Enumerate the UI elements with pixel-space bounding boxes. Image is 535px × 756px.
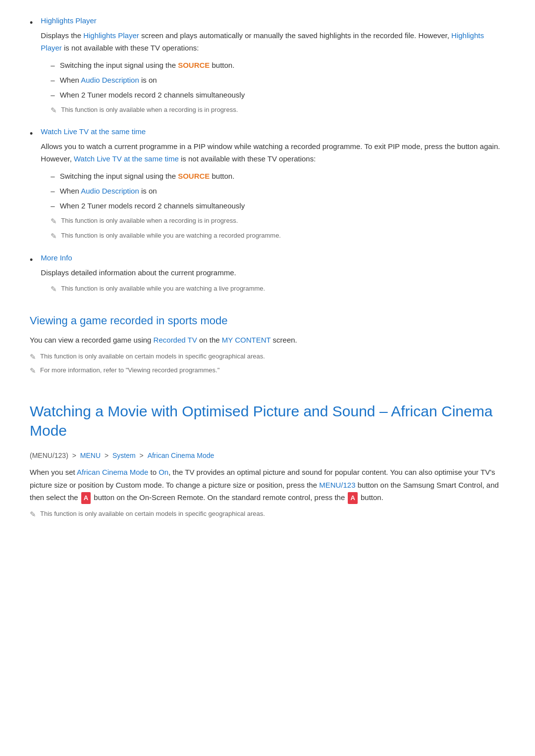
note-item: ✎ This function is only available when a…	[51, 105, 505, 116]
breadcrumb-chevron-1: >	[72, 452, 78, 459]
watch-live-dash-list: – Switching the input signal using the S…	[41, 170, 505, 212]
bullet-content-more-info: More Info Displays detailed information …	[41, 252, 505, 297]
menu123-link[interactable]: MENU/123	[319, 481, 355, 489]
highlights-player-desc: Displays the Highlights Player screen an…	[41, 30, 505, 54]
a-badge-1: A	[81, 492, 91, 504]
sports-mode-heading: Viewing a game recorded in sports mode	[30, 312, 505, 329]
note-icon: ✎	[51, 105, 57, 116]
note-text: For more information, refer to "Viewing …	[40, 365, 219, 375]
a-badge-2: A	[348, 492, 357, 504]
note-icon: ✎	[51, 216, 57, 227]
more-info-note: ✎ This function is only available while …	[51, 284, 505, 295]
dash-icon: –	[51, 170, 54, 182]
african-cinema-note: ✎ This function is only available on cer…	[30, 509, 505, 520]
sports-mode-section: Viewing a game recorded in sports mode Y…	[30, 312, 505, 377]
dash-item: – When Audio Description is on	[41, 74, 505, 86]
note-icon: ✎	[51, 284, 57, 295]
on-link[interactable]: On	[159, 468, 168, 476]
sports-mode-intro: You can view a recorded game using Recor…	[30, 334, 505, 347]
dash-text: When Audio Description is on	[60, 74, 157, 86]
note-item-1: ✎ This function is only available when a…	[51, 216, 505, 227]
list-item-more-info: • More Info Displays detailed informatio…	[30, 252, 505, 297]
breadcrumb-african-cinema[interactable]: African Cinema Mode	[148, 452, 214, 459]
main-bullet-list: • Highlights Player Displays the Highlig…	[30, 15, 505, 297]
note-text: This function is only available when a r…	[61, 105, 238, 115]
note-item-2: ✎ This function is only available while …	[51, 231, 505, 242]
my-content-link[interactable]: MY CONTENT	[222, 336, 271, 344]
african-cinema-heading: Watching a Movie with Optimised Picture …	[30, 402, 505, 440]
african-cinema-link[interactable]: African Cinema Mode	[77, 468, 148, 476]
dash-text: Switching the input signal using the SOU…	[60, 59, 235, 71]
note-text: This function is only available while yo…	[61, 231, 281, 241]
african-cinema-section: Watching a Movie with Optimised Picture …	[30, 402, 505, 520]
dash-text: When 2 Tuner models record 2 channels si…	[60, 200, 245, 212]
note-text: This function is only available when a r…	[61, 216, 238, 226]
dash-text: Switching the input signal using the SOU…	[60, 170, 235, 182]
note-icon: ✎	[30, 352, 36, 363]
african-cinema-body: When you set African Cinema Mode to On, …	[30, 466, 505, 504]
dash-item: – When Audio Description is on	[41, 185, 505, 197]
bullet-dot: •	[30, 16, 33, 30]
note-text: This function is only available on certa…	[40, 509, 265, 519]
highlights-player-title[interactable]: Highlights Player	[41, 15, 505, 27]
note-text: This function is only available on certa…	[40, 352, 265, 361]
breadcrumb-chevron-3: >	[140, 452, 146, 459]
note-icon: ✎	[30, 365, 36, 377]
dash-text: When 2 Tuner models record 2 channels si…	[60, 89, 245, 101]
dash-icon: –	[51, 89, 54, 101]
breadcrumb: (MENU/123) > MENU > System > African Cin…	[30, 450, 505, 461]
source-link[interactable]: SOURCE	[178, 61, 210, 69]
breadcrumb-system[interactable]: System	[112, 452, 136, 459]
highlights-player-link-1[interactable]: Highlights Player	[83, 31, 139, 40]
bullet-content-watch-live: Watch Live TV at the same time Allows yo…	[41, 126, 505, 244]
bullet-content-highlights: Highlights Player Displays the Highlight…	[41, 15, 505, 118]
note-text: This function is only available while yo…	[61, 284, 265, 294]
dash-text: When Audio Description is on	[60, 185, 157, 197]
dash-item: – When 2 Tuner models record 2 channels …	[41, 89, 505, 101]
audio-desc-link[interactable]: Audio Description	[81, 76, 139, 84]
list-item-watch-live: • Watch Live TV at the same time Allows …	[30, 126, 505, 244]
dash-item: – Switching the input signal using the S…	[41, 59, 505, 71]
breadcrumb-chevron-2: >	[105, 452, 110, 459]
dash-item: – When 2 Tuner models record 2 channels …	[41, 200, 505, 212]
breadcrumb-menu[interactable]: MENU	[80, 452, 101, 459]
list-item-highlights-player: • Highlights Player Displays the Highlig…	[30, 15, 505, 118]
bullet-dot: •	[30, 253, 33, 267]
recorded-tv-link[interactable]: Recorded TV	[154, 336, 197, 344]
dash-icon: –	[51, 74, 54, 86]
bullet-dot: •	[30, 127, 33, 141]
page-content: • Highlights Player Displays the Highlig…	[30, 15, 505, 520]
sports-note-2: ✎ For more information, refer to "Viewin…	[30, 365, 505, 377]
audio-desc-link-2[interactable]: Audio Description	[81, 187, 139, 195]
breadcrumb-menu123: (MENU/123)	[30, 452, 68, 459]
watch-live-title[interactable]: Watch Live TV at the same time	[41, 126, 505, 138]
source-link-2[interactable]: SOURCE	[178, 172, 210, 180]
note-icon: ✎	[51, 231, 57, 242]
note-icon: ✎	[30, 509, 36, 520]
sports-note-1: ✎ This function is only available on cer…	[30, 352, 505, 363]
more-info-desc: Displays detailed information about the …	[41, 267, 505, 279]
dash-icon: –	[51, 185, 54, 197]
watch-live-desc: Allows you to watch a current programme …	[41, 141, 505, 165]
dash-item: – Switching the input signal using the S…	[41, 170, 505, 182]
dash-icon: –	[51, 59, 54, 71]
watch-live-link[interactable]: Watch Live TV at the same time	[74, 154, 179, 163]
dash-icon: –	[51, 200, 54, 212]
more-info-title[interactable]: More Info	[41, 252, 505, 264]
highlights-dash-list: – Switching the input signal using the S…	[41, 59, 505, 101]
